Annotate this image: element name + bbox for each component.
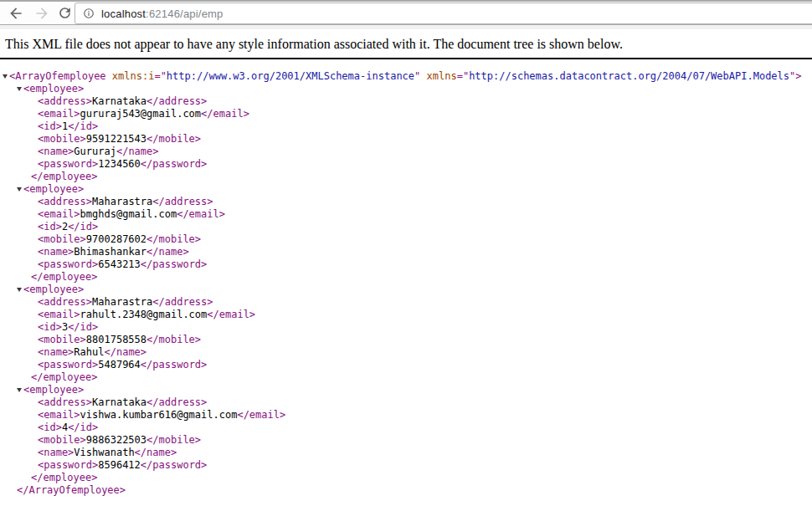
xml-tag: <employee> [23,83,84,95]
xml-style-notice: This XML file does not appear to have an… [0,29,812,59]
back-button[interactable] [6,3,26,23]
xml-tag: <email> [38,309,80,320]
page-info-icon[interactable] [83,8,95,19]
xml-tag: </email> [177,208,225,220]
collapse-arrow-icon[interactable] [17,388,22,392]
xml-text-value: Karnataka [92,396,146,408]
xml-field-address: <address>Maharastra</address> [0,196,812,208]
xml-employee-close-tag: </employee> [0,472,812,484]
xml-field-password: <password>1234560</password> [0,158,812,171]
forward-arrow-icon [33,5,50,22]
collapse-arrow-icon[interactable] [17,87,22,91]
refresh-button[interactable] [54,3,75,23]
xml-tag: </employee> [31,171,97,182]
xml-tag: <employee> [23,183,84,195]
xml-tag: </mobile> [146,434,201,446]
xml-tag: </id> [68,422,98,433]
xml-text-value: gururaj543@gmail.com [80,108,202,120]
xml-tag: <employee> [23,284,84,295]
xml-text-value: 5487964 [98,359,141,370]
xml-text-value: 8801758558 [86,334,146,345]
collapse-arrow-icon[interactable] [3,74,8,79]
xml-tag: <address> [38,396,92,408]
xml-text-value: vishwa.kumbar616@gmail.com [80,409,238,421]
address-bar[interactable]: localhost:62146/api/emp [75,3,812,24]
xml-field-address: <address>Karnataka</address> [0,396,812,409]
xml-text-value: 1234560 [98,158,141,170]
xml-tag: </employee> [31,271,97,283]
xml-tag: </address> [146,95,207,107]
xml-tag: </name> [146,246,189,258]
xml-employee-close-tag: </employee> [0,371,812,384]
xml-tag: </id> [68,321,98,333]
xml-field-mobile: <mobile>9886322503</mobile> [0,434,812,447]
xml-employee-close-tag: </employee> [0,171,812,183]
xml-attribute-value: http://www.w3.org/2001/XMLSchema-instanc… [167,70,414,82]
xml-tag: </mobile> [146,334,201,345]
xml-tag: <id> [38,120,62,132]
xml-tag: <id> [38,321,62,333]
xml-tag: </id> [68,221,98,233]
xml-tag: <ArrayOfemployee xmlns:i="http://www.w3.… [9,70,802,82]
xml-root-close-tag: </ArrayOfemployee> [0,484,812,497]
xml-tag: <name> [38,146,74,157]
xml-field-id: <id>3</id> [0,321,812,334]
xml-text-value: Karnataka [92,95,146,107]
xml-style-notice-text: This XML file does not appear to have an… [5,37,623,51]
xml-field-password: <password>6543213</password> [0,258,812,271]
xml-tag: </address> [152,196,213,207]
xml-text-value: Maharastra [92,296,152,308]
back-arrow-icon [8,5,24,22]
xml-tag: </mobile> [146,133,201,145]
xml-tag: <address> [38,196,92,207]
browser-toolbar: localhost:62146/api/emp [0,0,812,25]
xml-field-address: <address>Maharastra</address> [0,296,812,309]
xml-text-value: Vishwanath [74,447,134,458]
xml-tag: </name> [104,346,146,358]
xml-attribute-name: xmlns [427,70,457,82]
xml-tag: <mobile> [38,434,86,446]
xml-employee-close-tag: </employee> [0,271,812,284]
xml-tag: </address> [152,296,213,308]
xml-tag: <password> [38,359,98,370]
xml-attribute-value: http://schemas.datacontract.org/2004/07/… [469,70,789,82]
collapse-arrow-icon[interactable] [17,187,22,192]
xml-tag: <name> [38,246,74,258]
xml-field-id: <id>4</id> [0,422,812,434]
xml-tag: <password> [38,258,98,270]
xml-field-mobile: <mobile>9591221543</mobile> [0,133,812,146]
xml-attribute-name: xmlns:i [112,70,155,82]
xml-text-value: 9886322503 [86,434,146,446]
xml-field-id: <id>2</id> [0,221,812,233]
xml-tag: <address> [38,296,92,308]
collapse-arrow-icon[interactable] [17,288,22,292]
xml-text-value: 9591221543 [86,133,146,145]
xml-employee-open-tag: <employee> [0,284,812,296]
xml-tag: </password> [141,158,207,170]
xml-tag: </id> [68,120,98,132]
forward-button[interactable] [32,3,52,23]
xml-field-password: <password>8596412</password> [0,459,812,472]
xml-tag: </password> [141,459,207,471]
xml-tag: </password> [141,359,207,370]
xml-text-value: Gururaj [74,146,116,157]
xml-tag: </employee> [31,371,97,383]
xml-tag: </email> [207,309,255,320]
xml-tag: <password> [38,459,98,471]
xml-text-value: 6543213 [98,258,141,270]
xml-tag: </email> [237,409,285,421]
xml-field-mobile: <mobile>9700287602</mobile> [0,233,812,246]
xml-field-id: <id>1</id> [0,120,812,133]
xml-employee-open-tag: <employee> [0,183,812,196]
xml-field-email: <email>vishwa.kumbar616@gmail.com</email… [0,409,812,422]
xml-tag: </ArrayOfemployee> [17,484,126,496]
xml-employee-open-tag: <employee> [0,384,812,396]
xml-field-name: <name>Vishwanath</name> [0,447,812,459]
xml-text-value: bmghds@gmail.com [80,208,177,220]
xml-text-value: Bhimashankar [74,246,146,258]
xml-root-open-tag: <ArrayOfemployee xmlns:i="http://www.w3.… [0,70,812,83]
xml-tag: </address> [146,396,207,408]
xml-field-name: <name>Gururaj</name> [0,146,812,158]
xml-tag: <mobile> [38,233,86,245]
xml-field-email: <email>rahult.2348@gmail.com</email> [0,309,812,321]
